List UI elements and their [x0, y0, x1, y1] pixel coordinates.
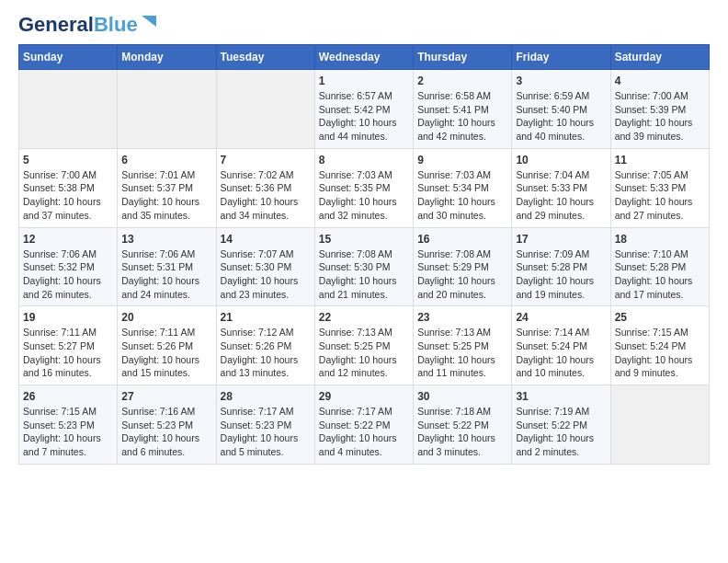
day-number: 15 [319, 233, 409, 246]
cell-content: Sunrise: 7:07 AMSunset: 5:30 PMDaylight:… [221, 248, 299, 300]
day-number: 16 [417, 233, 507, 246]
calendar-cell: 14Sunrise: 7:07 AMSunset: 5:30 PMDayligh… [216, 227, 314, 306]
calendar-cell: 7Sunrise: 7:02 AMSunset: 5:36 PMDaylight… [216, 148, 314, 227]
calendar-cell: 27Sunrise: 7:16 AMSunset: 5:23 PMDayligh… [118, 385, 216, 465]
cell-content: Sunrise: 7:02 AMSunset: 5:36 PMDaylight:… [221, 169, 299, 221]
calendar-cell: 12Sunrise: 7:06 AMSunset: 5:32 PMDayligh… [19, 227, 118, 306]
cell-content: Sunrise: 7:09 AMSunset: 5:28 PMDaylight:… [516, 248, 594, 300]
calendar-cell: 6Sunrise: 7:01 AMSunset: 5:37 PMDaylight… [118, 148, 216, 227]
calendar-cell: 13Sunrise: 7:06 AMSunset: 5:31 PMDayligh… [118, 227, 216, 306]
day-number: 12 [23, 233, 113, 246]
calendar-cell: 17Sunrise: 7:09 AMSunset: 5:28 PMDayligh… [512, 227, 610, 306]
day-number: 26 [23, 390, 113, 403]
calendar-cell: 5Sunrise: 7:00 AMSunset: 5:38 PMDaylight… [19, 148, 118, 227]
cell-content: Sunrise: 7:18 AMSunset: 5:22 PMDaylight:… [417, 406, 495, 457]
logo: GeneralBlue [18, 15, 158, 35]
calendar-cell: 10Sunrise: 7:04 AMSunset: 5:33 PMDayligh… [512, 148, 610, 227]
day-number: 20 [121, 311, 211, 324]
logo-icon [140, 14, 158, 32]
cell-content: Sunrise: 7:19 AMSunset: 5:22 PMDaylight:… [516, 406, 594, 457]
day-number: 13 [121, 233, 211, 246]
cell-content: Sunrise: 7:12 AMSunset: 5:26 PMDaylight:… [221, 327, 299, 378]
day-number: 5 [23, 154, 113, 167]
calendar-cell [19, 70, 118, 149]
cell-content: Sunrise: 7:13 AMSunset: 5:25 PMDaylight:… [417, 327, 495, 378]
day-number: 1 [319, 75, 409, 87]
cell-content: Sunrise: 7:11 AMSunset: 5:26 PMDaylight:… [121, 327, 199, 378]
cell-content: Sunrise: 7:10 AMSunset: 5:28 PMDaylight:… [615, 248, 693, 300]
day-number: 19 [23, 311, 113, 324]
cell-content: Sunrise: 7:03 AMSunset: 5:35 PMDaylight:… [319, 169, 397, 221]
cell-content: Sunrise: 6:58 AMSunset: 5:41 PMDaylight:… [417, 90, 495, 142]
day-number: 17 [516, 233, 606, 246]
week-row-4: 19Sunrise: 7:11 AMSunset: 5:27 PMDayligh… [19, 306, 710, 385]
calendar-cell: 1Sunrise: 6:57 AMSunset: 5:42 PMDaylight… [314, 70, 413, 149]
cell-content: Sunrise: 7:15 AMSunset: 5:23 PMDaylight:… [23, 406, 101, 457]
day-number: 25 [615, 311, 705, 324]
cell-content: Sunrise: 7:15 AMSunset: 5:24 PMDaylight:… [615, 327, 693, 378]
calendar-cell: 19Sunrise: 7:11 AMSunset: 5:27 PMDayligh… [19, 306, 118, 385]
column-header-wednesday: Wednesday [314, 45, 413, 70]
cell-content: Sunrise: 7:03 AMSunset: 5:34 PMDaylight:… [417, 169, 495, 221]
calendar-cell: 11Sunrise: 7:05 AMSunset: 5:33 PMDayligh… [610, 148, 709, 227]
day-number: 21 [221, 311, 311, 324]
cell-content: Sunrise: 7:05 AMSunset: 5:33 PMDaylight:… [615, 169, 693, 221]
calendar-cell [610, 385, 709, 465]
column-header-thursday: Thursday [414, 45, 512, 70]
day-number: 31 [516, 390, 606, 403]
calendar-cell: 15Sunrise: 7:08 AMSunset: 5:30 PMDayligh… [314, 227, 413, 306]
cell-content: Sunrise: 7:14 AMSunset: 5:24 PMDaylight:… [516, 327, 594, 378]
column-header-sunday: Sunday [19, 45, 118, 70]
day-number: 18 [615, 233, 705, 246]
cell-content: Sunrise: 7:08 AMSunset: 5:29 PMDaylight:… [417, 248, 495, 300]
day-number: 22 [319, 311, 409, 324]
week-row-1: 1Sunrise: 6:57 AMSunset: 5:42 PMDaylight… [19, 70, 710, 149]
cell-content: Sunrise: 7:06 AMSunset: 5:32 PMDaylight:… [23, 248, 101, 300]
cell-content: Sunrise: 6:59 AMSunset: 5:40 PMDaylight:… [516, 90, 594, 142]
cell-content: Sunrise: 7:17 AMSunset: 5:22 PMDaylight:… [319, 406, 397, 457]
cell-content: Sunrise: 7:01 AMSunset: 5:37 PMDaylight:… [121, 169, 199, 221]
cell-content: Sunrise: 7:00 AMSunset: 5:38 PMDaylight:… [23, 169, 101, 221]
calendar-body: 1Sunrise: 6:57 AMSunset: 5:42 PMDaylight… [19, 70, 710, 465]
cell-content: Sunrise: 6:57 AMSunset: 5:42 PMDaylight:… [319, 90, 397, 142]
day-number: 24 [516, 311, 606, 324]
logo-text: GeneralBlue [18, 15, 138, 35]
calendar-cell: 16Sunrise: 7:08 AMSunset: 5:29 PMDayligh… [414, 227, 512, 306]
calendar-cell: 9Sunrise: 7:03 AMSunset: 5:34 PMDaylight… [414, 148, 512, 227]
calendar-cell: 21Sunrise: 7:12 AMSunset: 5:26 PMDayligh… [216, 306, 314, 385]
cell-content: Sunrise: 7:17 AMSunset: 5:23 PMDaylight:… [221, 406, 299, 457]
calendar-cell: 22Sunrise: 7:13 AMSunset: 5:25 PMDayligh… [314, 306, 413, 385]
day-number: 28 [221, 390, 311, 403]
column-header-monday: Monday [118, 45, 216, 70]
cell-content: Sunrise: 7:08 AMSunset: 5:30 PMDaylight:… [319, 248, 397, 300]
calendar-cell: 25Sunrise: 7:15 AMSunset: 5:24 PMDayligh… [610, 306, 709, 385]
calendar-cell [118, 70, 216, 149]
calendar-cell: 26Sunrise: 7:15 AMSunset: 5:23 PMDayligh… [19, 385, 118, 465]
column-header-tuesday: Tuesday [216, 45, 314, 70]
cell-content: Sunrise: 7:00 AMSunset: 5:39 PMDaylight:… [615, 90, 693, 142]
day-number: 3 [516, 75, 606, 87]
week-row-2: 5Sunrise: 7:00 AMSunset: 5:38 PMDaylight… [19, 148, 710, 227]
day-number: 4 [615, 75, 705, 87]
calendar-table: SundayMondayTuesdayWednesdayThursdayFrid… [18, 44, 710, 465]
day-number: 2 [417, 75, 507, 87]
day-number: 6 [121, 154, 211, 167]
calendar-cell [216, 70, 314, 149]
day-number: 27 [121, 390, 211, 403]
week-row-5: 26Sunrise: 7:15 AMSunset: 5:23 PMDayligh… [19, 385, 710, 465]
header: GeneralBlue [18, 15, 710, 35]
day-number: 29 [319, 390, 409, 403]
calendar-cell: 18Sunrise: 7:10 AMSunset: 5:28 PMDayligh… [610, 227, 709, 306]
day-number: 23 [417, 311, 507, 324]
column-header-friday: Friday [512, 45, 610, 70]
calendar-cell: 3Sunrise: 6:59 AMSunset: 5:40 PMDaylight… [512, 70, 610, 149]
calendar-cell: 2Sunrise: 6:58 AMSunset: 5:41 PMDaylight… [414, 70, 512, 149]
calendar-cell: 24Sunrise: 7:14 AMSunset: 5:24 PMDayligh… [512, 306, 610, 385]
day-number: 9 [417, 154, 507, 167]
day-number: 30 [417, 390, 507, 403]
svg-marker-0 [142, 16, 156, 27]
calendar-cell: 30Sunrise: 7:18 AMSunset: 5:22 PMDayligh… [414, 385, 512, 465]
day-number: 10 [516, 154, 606, 167]
day-number: 14 [221, 233, 311, 246]
calendar-cell: 20Sunrise: 7:11 AMSunset: 5:26 PMDayligh… [118, 306, 216, 385]
